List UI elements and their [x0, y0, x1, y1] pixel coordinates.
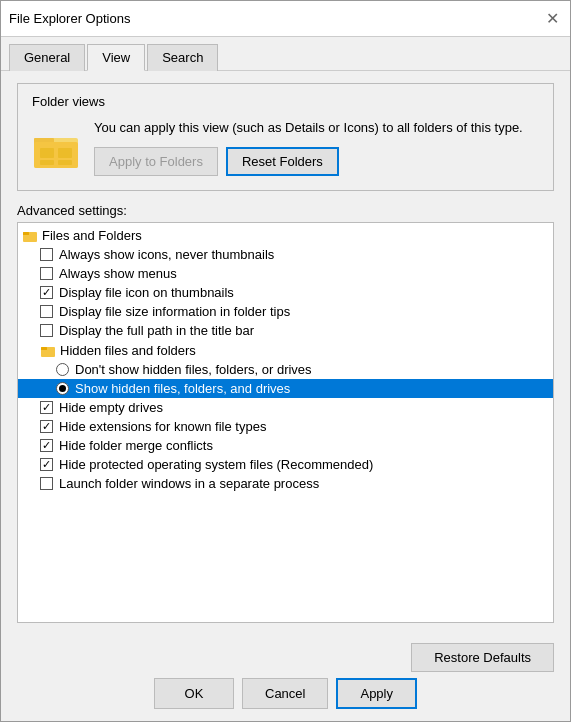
folder-views-right: You can apply this view (such as Details… — [94, 119, 539, 176]
advanced-section: Advanced settings: Files and Folders Alw… — [17, 203, 554, 623]
title-bar: File Explorer Options ✕ — [1, 1, 570, 37]
category-hidden-files[interactable]: Hidden files and folders — [18, 340, 553, 360]
main-content: Folder views — [1, 71, 570, 635]
svg-rect-10 — [41, 347, 47, 350]
list-item-hide-protected[interactable]: Hide protected operating system files (R… — [18, 455, 553, 474]
list-item-hide-folder-merge[interactable]: Hide folder merge conflicts — [18, 436, 553, 455]
svg-rect-8 — [23, 232, 29, 235]
cancel-button[interactable]: Cancel — [242, 678, 328, 709]
advanced-label: Advanced settings: — [17, 203, 554, 218]
close-button[interactable]: ✕ — [542, 9, 562, 29]
checkbox-hide-protected[interactable] — [40, 458, 53, 471]
restore-defaults-button[interactable]: Restore Defaults — [411, 643, 554, 672]
tab-search[interactable]: Search — [147, 44, 218, 71]
checkbox-always-show-icons[interactable] — [40, 248, 53, 261]
checkbox-display-full-path[interactable] — [40, 324, 53, 337]
checkbox-hide-extensions[interactable] — [40, 420, 53, 433]
list-item-always-show-icons[interactable]: Always show icons, never thumbnails — [18, 245, 553, 264]
ok-button[interactable]: OK — [154, 678, 234, 709]
folder-icon — [32, 124, 80, 172]
svg-rect-3 — [40, 148, 54, 158]
svg-rect-6 — [58, 160, 72, 165]
checkbox-hide-empty-drives[interactable] — [40, 401, 53, 414]
list-item-always-show-menus[interactable]: Always show menus — [18, 264, 553, 283]
folder-views-description: You can apply this view (such as Details… — [94, 119, 539, 137]
restore-row: Restore Defaults — [17, 643, 554, 672]
category-files-folders[interactable]: Files and Folders — [18, 225, 553, 245]
bottom-area: Restore Defaults OK Cancel Apply — [1, 635, 570, 721]
file-explorer-options-window: File Explorer Options ✕ General View Sea… — [0, 0, 571, 722]
action-row: OK Cancel Apply — [17, 678, 554, 709]
tab-general[interactable]: General — [9, 44, 85, 71]
reset-folders-button[interactable]: Reset Folders — [226, 147, 339, 176]
checkbox-display-file-icon[interactable] — [40, 286, 53, 299]
tab-bar: General View Search — [1, 37, 570, 71]
list-item-show-hidden[interactable]: Show hidden files, folders, and drives — [18, 379, 553, 398]
tab-view[interactable]: View — [87, 44, 145, 71]
radio-dont-show-hidden[interactable] — [56, 363, 69, 376]
list-item-dont-show-hidden[interactable]: Don't show hidden files, folders, or dri… — [18, 360, 553, 379]
list-item-display-file-icon[interactable]: Display file icon on thumbnails — [18, 283, 553, 302]
list-item-launch-folder[interactable]: Launch folder windows in a separate proc… — [18, 474, 553, 493]
svg-rect-5 — [40, 160, 54, 165]
radio-show-hidden[interactable] — [56, 382, 69, 395]
list-item-hide-empty-drives[interactable]: Hide empty drives — [18, 398, 553, 417]
checkbox-launch-folder[interactable] — [40, 477, 53, 490]
category-files-folders-label: Files and Folders — [42, 228, 142, 243]
apply-to-folders-button[interactable]: Apply to Folders — [94, 147, 218, 176]
checkbox-always-show-menus[interactable] — [40, 267, 53, 280]
list-item-display-full-path[interactable]: Display the full path in the title bar — [18, 321, 553, 340]
settings-list-container: Files and Folders Always show icons, nev… — [17, 222, 554, 623]
folder-views-buttons: Apply to Folders Reset Folders — [94, 147, 539, 176]
folder-views-content: You can apply this view (such as Details… — [32, 119, 539, 176]
window-title: File Explorer Options — [9, 11, 130, 26]
folder-views-group: Folder views — [17, 83, 554, 191]
svg-rect-4 — [58, 148, 72, 158]
settings-list[interactable]: Files and Folders Always show icons, nev… — [18, 223, 553, 622]
list-item-hide-extensions[interactable]: Hide extensions for known file types — [18, 417, 553, 436]
folder-views-label: Folder views — [32, 94, 539, 109]
checkbox-hide-folder-merge[interactable] — [40, 439, 53, 452]
apply-button[interactable]: Apply — [336, 678, 417, 709]
list-item-display-file-size[interactable]: Display file size information in folder … — [18, 302, 553, 321]
checkbox-display-file-size[interactable] — [40, 305, 53, 318]
